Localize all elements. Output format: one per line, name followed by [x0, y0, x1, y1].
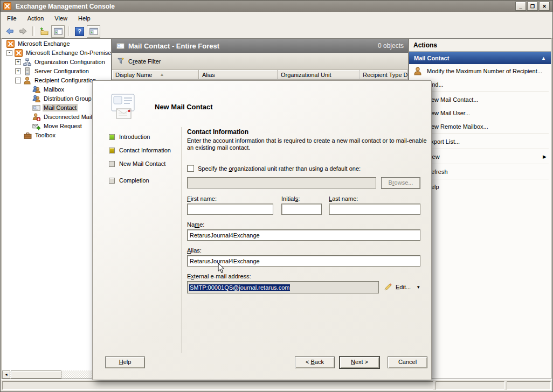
steps-divider: [181, 127, 182, 353]
new-mail-contact-dialog: New Mail Contact Introduction Contact In…: [92, 80, 432, 380]
console-tree-button[interactable]: [51, 25, 65, 38]
last-name-input[interactable]: [329, 204, 420, 215]
initials-label: Initials:: [281, 195, 300, 202]
column-recipient-type[interactable]: Recipient Type D: [360, 70, 408, 80]
collapse-toggle[interactable]: -: [6, 50, 12, 56]
export-button[interactable]: [38, 26, 50, 37]
tree-item-label-selected: Mail Contact: [43, 104, 78, 111]
step-status-icon: [109, 161, 115, 167]
column-alias[interactable]: Alias: [199, 70, 278, 80]
expand-toggle[interactable]: +: [15, 68, 21, 74]
action-modify-max-recipients[interactable]: Modify the Maximum Number of Recipient..…: [409, 64, 551, 78]
column-organizational-unit[interactable]: Organizational Unit: [278, 70, 360, 80]
person-icon: [413, 67, 422, 75]
status-section: [507, 381, 551, 390]
section-heading: Contact Information: [187, 128, 248, 136]
expand-toggle[interactable]: +: [15, 59, 21, 65]
new-window-button[interactable]: [87, 25, 100, 38]
tree-item-organization-configuration[interactable]: + Organization Configuration: [2, 58, 111, 66]
tree-item-label: Server Configuration: [33, 67, 90, 75]
specify-ou-checkbox[interactable]: [187, 165, 194, 172]
wizard-step-completion: Completion: [109, 177, 149, 184]
minimize-button[interactable]: _: [515, 2, 526, 11]
step-label: Introduction: [119, 134, 150, 140]
status-section: [436, 381, 504, 390]
actions-group-header[interactable]: Mail Contact ▲: [409, 52, 551, 64]
menu-help[interactable]: Help: [73, 13, 96, 23]
organization-icon: [23, 58, 31, 66]
help-button[interactable]: ?: [73, 26, 86, 37]
tree-item-label: Distribution Group: [43, 95, 93, 102]
name-input[interactable]: [187, 229, 420, 241]
forward-icon: [19, 27, 27, 36]
edit-email-control[interactable]: Edit... ▼: [384, 283, 420, 291]
window-title: Exchange Management Console: [16, 3, 115, 10]
tree-item-label: Microsoft Exchange On-Premises: [25, 49, 112, 57]
menu-view[interactable]: View: [49, 13, 73, 23]
action-label: New Mail Contact...: [427, 96, 478, 103]
new-window-icon: [89, 27, 98, 36]
distribution-group-icon: [32, 95, 40, 103]
forward-button[interactable]: [17, 26, 29, 37]
back-icon: [5, 27, 14, 36]
browse-button: Browse...: [381, 177, 420, 189]
titlebar: Exchange Management Console _ ❐ ✕: [1, 1, 552, 12]
step-status-icon: [109, 134, 115, 140]
edit-dropdown-icon[interactable]: ▼: [416, 285, 420, 290]
create-filter-button[interactable]: Create Filter: [128, 58, 161, 65]
step-label: Completion: [119, 177, 149, 184]
selected-email-text: SMTP:00001QS@journal.retarus.com: [189, 284, 290, 291]
external-email-input[interactable]: SMTP:00001QS@journal.retarus.com: [187, 281, 379, 293]
actions-separator: [411, 179, 549, 179]
step-status-icon: [109, 148, 115, 153]
mail-contact-icon: [116, 42, 125, 50]
app-window: Exchange Management Console _ ❐ ✕ File A…: [0, 0, 553, 392]
edit-button[interactable]: Edit...: [396, 284, 411, 290]
exchange-icon: [15, 49, 23, 57]
menu-file[interactable]: File: [2, 13, 22, 23]
tree-item-label: Toolbox: [34, 131, 57, 139]
scrollbar-thumb[interactable]: [11, 370, 61, 379]
first-name-input[interactable]: [187, 204, 273, 215]
back-button[interactable]: < Back: [295, 356, 335, 368]
actions-separator: [411, 149, 549, 149]
collapse-toggle[interactable]: -: [15, 78, 21, 83]
toolbar-separator: [32, 26, 34, 36]
column-label: Recipient Type D: [363, 72, 408, 78]
scroll-left-arrow[interactable]: ◄: [2, 370, 10, 379]
initials-input[interactable]: [281, 204, 322, 215]
tree-item-server-configuration[interactable]: + Server Configuration: [2, 67, 111, 75]
specify-ou-label[interactable]: Specify the organizational unit rather t…: [198, 165, 361, 172]
tree-item-label: Microsoft Exchange: [17, 40, 71, 47]
tree-item-microsoft-exchange[interactable]: Microsoft Exchange: [2, 39, 111, 48]
organizational-unit-input: [187, 177, 376, 188]
tree-item-label: Disconnected Mail: [43, 113, 93, 121]
cancel-button[interactable]: Cancel: [388, 356, 427, 368]
mouse-cursor: [218, 263, 225, 274]
actions-separator: [411, 164, 549, 164]
wizard-step-new-mail-contact: New Mail Contact: [109, 160, 165, 167]
server-icon: [23, 67, 31, 75]
tree-item-label: Organization Configuration: [33, 58, 106, 66]
app-logo-icon: [3, 2, 11, 10]
column-header-row: Display Name ▲ Alias Organizational Unit…: [112, 70, 408, 80]
collapse-chevron-icon[interactable]: ▲: [541, 55, 546, 61]
help-button[interactable]: Help: [105, 356, 145, 368]
wizard-step-contact-information: Contact Information: [109, 146, 171, 154]
submenu-arrow-icon: ▶: [543, 154, 547, 159]
column-display-name[interactable]: Display Name ▲: [112, 70, 199, 80]
step-status-icon: [109, 178, 115, 184]
back-button[interactable]: [3, 26, 16, 37]
close-button[interactable]: ✕: [539, 2, 550, 11]
restore-button[interactable]: ❐: [527, 2, 538, 11]
console-window-icon: [54, 27, 63, 36]
actions-separator: [411, 134, 549, 134]
column-label: Display Name: [115, 72, 152, 78]
tree-item-on-premises[interactable]: - Microsoft Exchange On-Premises: [2, 48, 111, 57]
help-icon: ?: [75, 27, 84, 36]
disconnected-mailbox-icon: [32, 113, 40, 121]
menu-action[interactable]: Action: [22, 13, 50, 23]
column-label: Alias: [202, 72, 215, 78]
external-email-label: External e-mail address:: [187, 273, 251, 279]
next-button[interactable]: Next >: [340, 356, 379, 368]
